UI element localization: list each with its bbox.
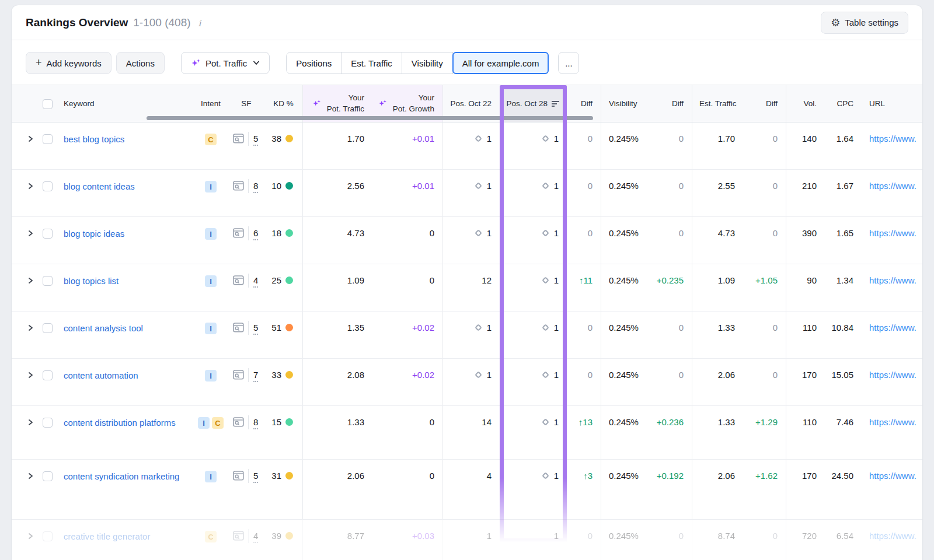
volume-value: 390 <box>786 217 825 264</box>
est-traffic-diff-value: 0 <box>743 359 786 405</box>
keyword-link[interactable]: content analysis tool <box>64 323 143 334</box>
pos-diff-value: 0 <box>567 170 601 216</box>
expand-row-icon[interactable] <box>27 324 34 331</box>
visibility-value: 0.245% <box>601 406 649 459</box>
keyword-link[interactable]: content distribution platforms <box>64 417 176 429</box>
header-url[interactable]: URL <box>862 85 922 122</box>
expand-row-icon[interactable] <box>27 135 34 142</box>
url-link[interactable]: https://www. <box>869 370 916 380</box>
expand-row-icon[interactable] <box>27 419 34 426</box>
serp-features-icon <box>233 275 244 285</box>
url-link[interactable]: https://www. <box>869 275 916 285</box>
table-settings-button[interactable]: ⚙ Table settings <box>821 12 908 34</box>
keyword-link[interactable]: creative title generator <box>64 531 150 542</box>
row-checkbox[interactable] <box>43 531 53 541</box>
serp-feature-icon <box>542 135 549 142</box>
keyword-link[interactable]: best blog topics <box>64 134 124 145</box>
url-link[interactable]: https://www. <box>869 134 916 144</box>
expand-row-icon[interactable] <box>27 277 34 284</box>
url-link[interactable]: https://www. <box>869 531 916 541</box>
est-traffic-value: 1.33 <box>692 406 743 459</box>
row-checkbox[interactable] <box>43 134 53 144</box>
actions-button[interactable]: Actions <box>116 52 165 74</box>
est-traffic-diff-value: 0 <box>743 123 786 169</box>
sf-count[interactable]: 4 <box>253 531 258 543</box>
expand-row-icon[interactable] <box>27 473 34 480</box>
row-checkbox[interactable] <box>43 181 53 191</box>
serp-feature-icon <box>542 229 549 237</box>
cpc-value: 1.64 <box>825 123 862 169</box>
pos-oct22-cell: 1 <box>443 181 492 191</box>
expand-row-icon[interactable] <box>27 533 34 540</box>
visibility-value: 0.245% <box>601 170 649 216</box>
est-traffic-value: 1.70 <box>692 123 743 169</box>
keyword-link[interactable]: blog topic ideas <box>64 228 124 240</box>
row-checkbox[interactable] <box>43 418 53 428</box>
horizontal-scrollbar[interactable] <box>147 116 593 120</box>
more-tabs-button[interactable]: ... <box>558 52 579 74</box>
keyword-link[interactable]: blog topics list <box>64 275 119 287</box>
pos-diff-value: ↑3 <box>567 460 601 519</box>
expand-row-icon[interactable] <box>27 372 34 379</box>
row-checkbox[interactable] <box>43 370 53 380</box>
gear-icon: ⚙ <box>831 18 840 28</box>
intent-badge-informational: I <box>205 181 217 192</box>
row-checkbox[interactable] <box>43 229 53 239</box>
select-all-checkbox[interactable] <box>43 99 53 109</box>
sf-count[interactable]: 5 <box>253 471 258 483</box>
table-row: content analysis tool I 5 51 1.35 +0.02 … <box>12 312 922 359</box>
est-traffic-value: 1.33 <box>692 312 743 358</box>
table-row: blog topics list I 4 25 1.09 0 12 1 ↑11 … <box>12 264 922 312</box>
tab-positions[interactable]: Positions <box>286 52 341 74</box>
tab-visibility[interactable]: Visibility <box>402 52 453 74</box>
header-volume[interactable]: Vol. <box>786 85 825 122</box>
tab-est-traffic[interactable]: Est. Traffic <box>341 52 402 74</box>
serp-feature-icon <box>542 371 549 379</box>
pot-traffic-dropdown[interactable]: Pot. Traffic <box>181 52 270 74</box>
sf-count[interactable]: 5 <box>253 323 258 335</box>
url-link[interactable]: https://www. <box>869 228 916 238</box>
keyword-link[interactable]: content automation <box>64 370 138 382</box>
sf-count[interactable]: 6 <box>253 228 258 240</box>
header-cpc[interactable]: CPC <box>825 85 862 122</box>
volume-value: 210 <box>786 170 825 216</box>
header-diff-est-traffic[interactable]: Diff <box>743 85 786 122</box>
url-link[interactable]: https://www. <box>869 323 916 332</box>
est-traffic-value: 1.09 <box>692 264 743 311</box>
header-visibility[interactable]: Visibility <box>601 85 649 122</box>
add-keywords-button[interactable]: + Add keywords <box>26 52 111 74</box>
keyword-link[interactable]: blog content ideas <box>64 181 135 192</box>
sf-count[interactable]: 4 <box>253 275 258 288</box>
kd-difficulty-dot <box>285 472 293 480</box>
header-diff-visibility[interactable]: Diff <box>649 85 692 122</box>
volume-value: 720 <box>786 520 825 560</box>
row-checkbox[interactable] <box>43 276 53 286</box>
pot-growth-value: +0.02 <box>372 312 442 358</box>
url-link[interactable]: https://www. <box>869 417 916 427</box>
url-link[interactable]: https://www. <box>869 471 916 481</box>
cpc-value: 24.50 <box>825 460 862 519</box>
sf-count[interactable]: 8 <box>253 181 258 193</box>
sparkle-icon <box>312 99 321 108</box>
est-traffic-value: 4.73 <box>692 217 743 264</box>
sparkle-icon <box>378 99 387 108</box>
intent-badge-informational: I <box>205 471 217 482</box>
info-icon[interactable]: i <box>198 18 201 29</box>
pos-diff-value: 0 <box>567 359 601 405</box>
header-est-traffic[interactable]: Est. Traffic <box>692 85 743 122</box>
sf-count[interactable]: 8 <box>253 417 258 429</box>
sf-count[interactable]: 7 <box>253 370 258 382</box>
expand-row-icon[interactable] <box>27 183 34 190</box>
volume-value: 110 <box>786 406 825 459</box>
row-checkbox[interactable] <box>43 471 53 481</box>
intent-badges: C <box>193 123 228 169</box>
url-link[interactable]: https://www. <box>869 181 916 191</box>
sort-icon <box>552 100 560 107</box>
row-checkbox[interactable] <box>43 323 53 333</box>
keyword-link[interactable]: content syndication marketing <box>64 471 179 482</box>
expand-row-icon[interactable] <box>27 230 34 237</box>
pos-oct28-cell: 1 <box>500 228 559 238</box>
plus-icon: + <box>36 57 42 68</box>
sf-count[interactable]: 5 <box>253 134 258 146</box>
tab-all-for-example-com[interactable]: All for example.com <box>452 52 549 74</box>
